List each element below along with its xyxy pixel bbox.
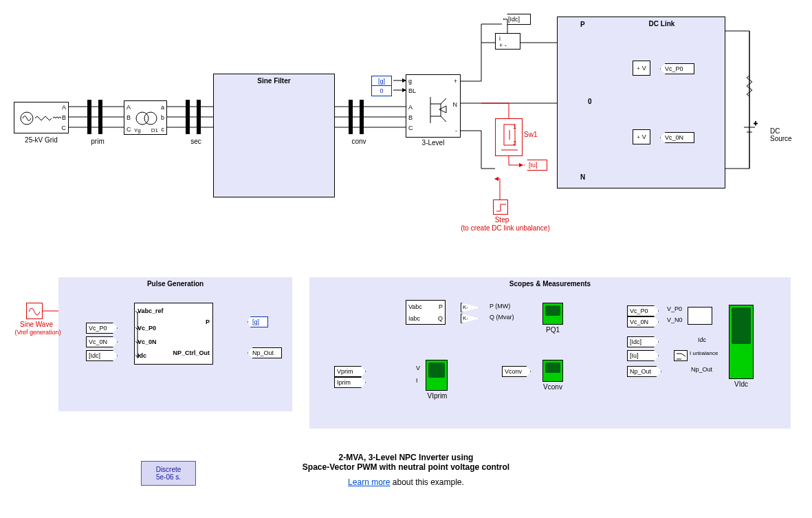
scopes-title: Scopes & Measurements [309,280,791,288]
sine-wave-note: (Vref generation) [7,329,69,336]
bus-conv-label: conv [345,138,373,145]
svg-rect-23 [87,100,91,134]
grid-label: 25-kV Grid [14,136,69,144]
scope-pq1[interactable] [542,303,563,325]
svg-rect-24 [98,100,102,134]
from-vcp0[interactable]: Vc_P0 [86,323,118,334]
from-vconv[interactable]: Vconv [502,366,531,377]
from-iprim[interactable]: Iprim [334,377,366,388]
mp-vabc: Vabc [408,303,422,310]
svg-text:+  -: + - [499,42,507,49]
goto-vc0n[interactable]: Vc_0N [660,132,694,143]
dclink-title: DC Link [599,20,725,28]
dclink-subsystem[interactable]: DC Link [557,17,725,188]
sine-wave-label: Sine Wave [12,321,61,328]
mp-q: Q [438,315,443,322]
lbl-vp0: V_P0 [667,305,682,312]
scope-vlprim[interactable] [426,360,448,391]
v-port-label: V [416,365,420,371]
from-idc[interactable]: [Idc] [86,350,118,361]
pq-meas-block[interactable]: Vabc Iabc P Q [406,300,446,325]
scope-vlprim-label: VIprim [421,392,453,400]
learn-more-link[interactable]: Learn more [348,477,390,487]
from-vprim[interactable]: Vprim [334,366,366,377]
bus-prim-label: prim [84,138,111,145]
xfmr-d1: D1 [151,127,158,133]
svg-text:2: 2 [513,140,516,147]
svg-point-84 [136,112,149,125]
scope-vidc-label: VIdc [725,380,757,388]
bus-sec-label: sec [182,138,210,145]
scope-vconv[interactable] [542,360,563,382]
from-vc0n-2[interactable]: Vc_0N [627,316,659,327]
goto-iu[interactable]: [Iu] [524,160,547,171]
dc-source-label: DC Source [770,127,804,142]
transformer-block[interactable]: A B C a b c Yg D1 [124,100,167,135]
grid-source-block[interactable]: A B C [14,102,69,133]
i-port-label: I [416,377,418,384]
scope-vconv-label: Vconv [538,383,568,391]
vmeas-p0[interactable]: +V [633,61,650,76]
svg-rect-28 [360,100,364,134]
mp-iabc: Iabc [408,315,420,322]
pulse-gen-title: Pulse Generation [58,280,292,288]
xfmr-yg: Yg [134,127,141,133]
p-mw-label: P (MW) [490,303,510,310]
dclink-p: P [580,21,585,28]
lbl-vn0: V_N0 [667,316,683,323]
sine-filter-title: Sine Filter [214,77,334,85]
sine-wave-block[interactable] [26,303,43,319]
step-note: (to create DC link unbalance) [454,224,557,232]
sw1-label: Sw1 [524,131,537,138]
grid-port-a: A [62,104,66,111]
lbl-idc: Idc [698,336,706,343]
lbl-npout: Np_Out [691,366,712,373]
switch-sw1[interactable]: 1 2 [495,118,523,156]
switch-iu[interactable] [674,350,688,361]
step-label: Step [481,216,523,224]
goto-vcp0[interactable]: Vc_P0 [660,63,694,74]
from-vcp0-2[interactable]: Vc_P0 [627,305,659,316]
dclink-n: N [580,173,585,181]
scope-vidc[interactable] [729,305,754,379]
goto-npout[interactable]: Np_Out [248,347,282,358]
dclink-0: 0 [588,98,592,105]
pulse-gen-block[interactable]: Vabc_ref Vc_P0 Vc_0N Idc P NP_Ctrl_Out [134,303,213,365]
lbl-iunb: I unbalance [690,350,718,356]
from-npout-2[interactable]: Np_Out [627,366,661,377]
grid-port-b: B [62,114,66,121]
step-block[interactable] [493,199,508,215]
from-idc-2[interactable]: [Idc] [627,336,659,347]
svg-rect-25 [186,100,190,134]
grid-port-c: C [62,125,67,131]
vmeas-0n[interactable]: +V [633,129,650,144]
learn-more-rest: about this example. [390,477,463,487]
svg-rect-26 [197,100,201,134]
scopes-area: Scopes & Measurements [309,277,791,429]
from-vc0n[interactable]: Vc_0N [86,336,118,347]
title-line2: Space-Vector PWM with neutral point volt… [0,462,812,472]
three-level-label: 3-Level [406,139,461,147]
svg-rect-27 [349,100,353,134]
mp-p: P [439,303,443,310]
mux-vp0-vn0[interactable] [688,307,712,325]
q-mvar-label: Q (Mvar) [490,314,514,321]
three-level-block[interactable]: g BL A B C + N - [406,74,461,138]
scope-pq1-label: PQ1 [538,326,567,334]
svg-text:1: 1 [513,123,516,130]
constant-zero[interactable]: 0 [371,85,392,96]
from-iu-2[interactable]: [Iu] [627,350,659,361]
goto-g[interactable]: [g] [248,316,268,327]
sine-filter-subsystem[interactable]: Sine Filter [213,74,335,197]
title-line1: 2-MVA, 3-Level NPC Inverter using [0,453,812,462]
svg-point-85 [144,112,157,125]
svg-text:+: + [754,120,758,127]
